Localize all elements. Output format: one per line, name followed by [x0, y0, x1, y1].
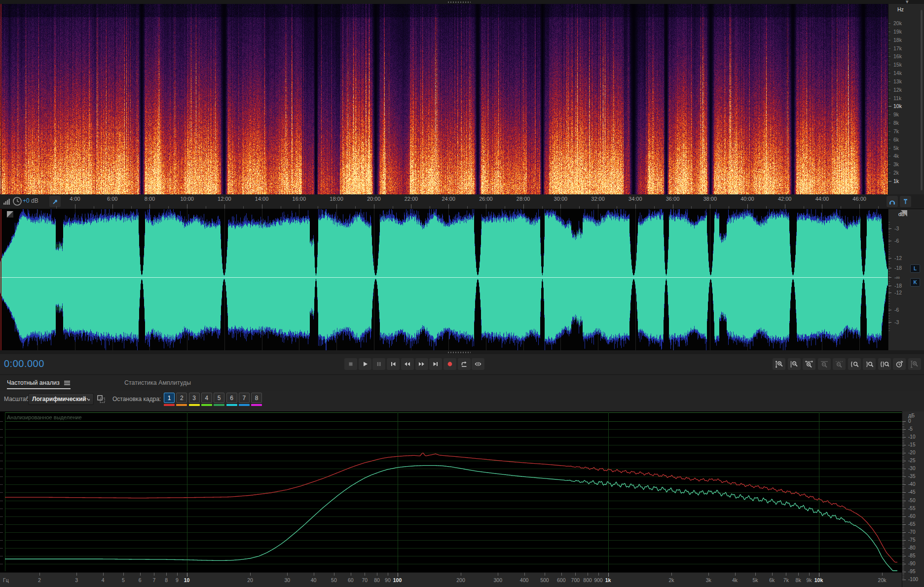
hold-frame-button-7[interactable]: 7	[239, 393, 250, 403]
active-tab-underline	[7, 388, 71, 389]
freq-tick-label: 20k	[871, 577, 893, 583]
panel-menu-icon[interactable]	[64, 380, 71, 386]
zoom-in-point-button[interactable]	[848, 358, 861, 370]
db-minor-tick	[888, 244, 890, 245]
amplitude-scale[interactable]: dB L K -3-6-12-18-∞-18-12-6-3	[888, 209, 924, 350]
db-axis-tick	[902, 535, 904, 536]
hz-tick	[888, 173, 890, 173]
tab-amplitude-statistics[interactable]: Статистика Амплитуды	[124, 375, 191, 391]
ruler-major-tick	[336, 204, 337, 209]
fast-forward-button[interactable]	[415, 358, 428, 370]
hz-tick	[888, 56, 890, 57]
db-axis-tick	[902, 550, 904, 550]
frequency-analysis-plot[interactable]	[0, 411, 924, 572]
db-minor-tick	[888, 321, 890, 321]
ruler-time-label: 8:00	[139, 196, 160, 202]
freq-tick	[250, 573, 251, 576]
zoom-out-horizontal-button[interactable]	[818, 358, 831, 370]
db-axis-tick	[902, 559, 904, 559]
db-minor-tick	[888, 298, 890, 299]
db-axis-tick	[902, 424, 904, 425]
zoom-selection-button[interactable]	[833, 358, 846, 370]
db-axis-tick-label: -25	[908, 458, 915, 463]
freq-tick	[588, 573, 588, 576]
db-axis-tick	[902, 480, 904, 480]
vertical-scrollbar[interactable]	[921, 10, 923, 190]
ruler-major-tick	[598, 204, 598, 209]
hz-minor-tick	[888, 152, 889, 152]
ruler-major-tick	[149, 204, 150, 209]
db-axis-tick	[902, 478, 904, 479]
loop-playback-button[interactable]	[458, 358, 471, 370]
waveform-corner-handle[interactable]	[7, 211, 13, 218]
skip-to-end-button[interactable]	[429, 358, 442, 370]
channel-badge-left[interactable]: L	[910, 264, 920, 273]
freq-tick	[123, 573, 124, 576]
hz-tick	[888, 123, 890, 123]
rewind-button[interactable]	[401, 358, 414, 370]
ruler-time-label: 6:00	[102, 196, 123, 202]
gain-value: +0	[23, 197, 30, 204]
freq-tick	[735, 573, 736, 576]
hold-frame-button-2[interactable]: 2	[176, 393, 187, 403]
reset-zoom-button[interactable]	[893, 358, 906, 370]
db-axis-tick	[902, 443, 904, 444]
zoom-in-vertical-button[interactable]	[773, 358, 785, 370]
time-display[interactable]: 0:00.000	[4, 358, 44, 369]
zoom-to-selection-button[interactable]	[878, 358, 891, 370]
panel-divider-top[interactable]	[0, 0, 924, 4]
divider-grip[interactable]	[448, 1, 471, 3]
pause-button[interactable]	[372, 358, 385, 370]
db-axis-tick	[902, 569, 904, 569]
ruler-time-label: 26:00	[475, 196, 497, 202]
hz-minor-tick	[888, 135, 889, 136]
ruler-time-label: 28:00	[513, 196, 534, 202]
move-playhead-button[interactable]	[49, 196, 61, 207]
db-axis-tick	[902, 552, 904, 553]
loop-monitor-button[interactable]	[887, 196, 898, 207]
ruler-major-tick	[635, 204, 636, 209]
hold-frame-button-5[interactable]: 5	[214, 393, 224, 403]
hold-frame-button-8[interactable]: 8	[251, 393, 262, 403]
frequency-scale[interactable]: Hz 20k19k18k17k16k15k14k13k12k11k10k9k8k…	[888, 4, 924, 194]
ruler-minor-tick	[318, 206, 318, 209]
copy-settings-icon[interactable]	[97, 395, 106, 404]
zoom-full-button[interactable]	[908, 358, 921, 370]
hz-minor-tick	[888, 36, 889, 36]
tab-frequency-analysis[interactable]: Частотный анализ	[7, 375, 71, 391]
timeline-ruler[interactable]: +0 dB 4:006:008:0010:0012:0014:0016:0018…	[0, 194, 924, 209]
ruler-time-label: 4:00	[64, 196, 86, 202]
hz-minor-tick	[888, 169, 889, 169]
gain-readout[interactable]: +0 dB	[23, 197, 38, 204]
hold-frame-button-6[interactable]: 6	[226, 393, 237, 403]
channel-badge-right[interactable]: K	[910, 278, 920, 287]
record-button[interactable]	[444, 358, 456, 370]
divider-grip[interactable]	[448, 352, 471, 353]
hold-frame-button-3[interactable]: 3	[189, 393, 200, 403]
freq-tick	[772, 573, 773, 576]
play-button[interactable]	[359, 358, 371, 370]
stop-button[interactable]	[344, 358, 357, 370]
hz-axis-label: Гц	[3, 577, 9, 583]
scale-dropdown[interactable]: Логарифмический	[28, 393, 94, 405]
ruler-time-label: 36:00	[662, 196, 684, 202]
zoom-in-horizontal-button[interactable]	[803, 358, 815, 370]
spectrogram-display[interactable]	[0, 4, 888, 194]
db-axis-tick	[902, 486, 904, 487]
waveform-display[interactable]	[0, 209, 888, 350]
zoom-out-vertical-button[interactable]	[788, 358, 801, 370]
hold-frame-button-1[interactable]: 1	[164, 393, 175, 403]
hold-frame-button-4[interactable]: 4	[201, 393, 212, 403]
db-axis-tick	[902, 436, 904, 436]
skip-to-start-button[interactable]	[387, 358, 400, 370]
panel-divider[interactable]	[0, 350, 924, 354]
pin-button[interactable]	[900, 196, 911, 207]
db-tick	[888, 258, 891, 258]
db-axis-tick	[902, 477, 906, 477]
db-axis-label: дБ	[908, 412, 915, 418]
skip-selection-button[interactable]	[472, 358, 484, 370]
db-axis-tick	[902, 524, 906, 525]
freq-tick	[786, 573, 786, 576]
zoom-out-point-button[interactable]	[863, 358, 876, 370]
db-axis-tick	[902, 451, 904, 452]
